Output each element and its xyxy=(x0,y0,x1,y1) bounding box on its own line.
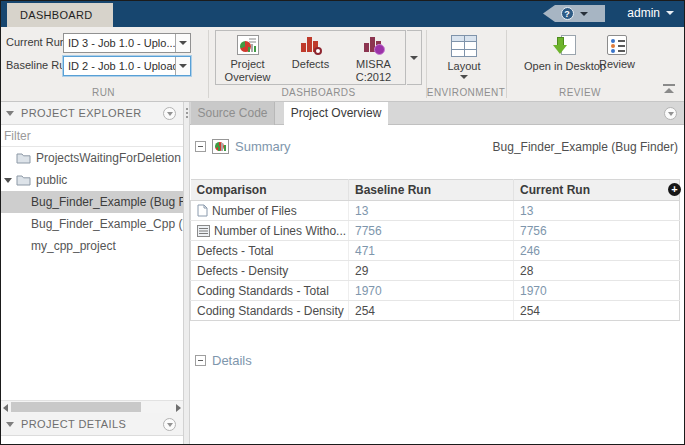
project-overview-label: Project Overview xyxy=(216,58,279,84)
folder-icon xyxy=(16,174,31,186)
value-link[interactable]: 471 xyxy=(355,244,375,258)
details-title: Details xyxy=(212,353,252,368)
tree-item-bug-finder-example[interactable]: Bug_Finder_Example (Bug Finder) xyxy=(1,191,183,213)
panel-splitter[interactable] xyxy=(183,102,190,444)
tree-item-label: Bug_Finder_Example (Bug Finder) xyxy=(31,195,183,209)
value-link[interactable]: 246 xyxy=(520,244,540,258)
column-header[interactable]: Comparison xyxy=(191,180,349,201)
filter-row xyxy=(1,125,183,147)
chevron-down-icon xyxy=(580,12,588,16)
value-link[interactable]: 13 xyxy=(355,204,368,218)
layout-icon xyxy=(451,35,477,57)
splitter-handle xyxy=(186,108,188,110)
dashboards-more-button[interactable] xyxy=(407,30,422,85)
chevron-down-icon[interactable] xyxy=(175,57,190,75)
table-row: Number of Lines Witho... 7756 7756 xyxy=(191,221,680,241)
row-label: Defects - Total xyxy=(197,244,273,258)
column-header[interactable]: Baseline Run xyxy=(349,180,514,201)
tree-item-projects-waiting[interactable]: ProjectsWaitingForDeletion xyxy=(1,147,183,169)
value-link[interactable]: 7756 xyxy=(355,224,382,238)
row-label: Defects - Density xyxy=(197,264,288,278)
open-in-desktop-icon xyxy=(553,35,577,57)
collapse-icon xyxy=(664,88,674,93)
value-link[interactable]: 1970 xyxy=(520,284,547,298)
tree-item-my-cpp-project[interactable]: my_cpp_project xyxy=(1,235,183,257)
tab-source-code[interactable]: Source Code xyxy=(191,102,275,125)
value-text: 28 xyxy=(520,264,533,278)
project-tree: ProjectsWaitingForDeletion public Bug_Fi… xyxy=(1,147,183,257)
dashboards-group: Project Overview Defects MISRA C:2012 xyxy=(215,30,406,85)
help-button[interactable]: ? xyxy=(543,5,605,22)
baseline-run-select[interactable]: ID 2 - Job 1.0 - Upload... xyxy=(63,56,191,76)
run-group-label: RUN xyxy=(1,87,206,98)
project-explorer-panel: PROJECT EXPLORER ProjectsWaitingForDelet… xyxy=(1,102,183,444)
current-run-value: ID 3 - Job 1.0 - Uplo... xyxy=(64,34,175,52)
review-label: Review xyxy=(599,58,635,71)
baseline-run-label: Baseline Run xyxy=(6,59,71,71)
summary-table: + Comparison Baseline Run Current Run Nu… xyxy=(190,179,684,321)
project-overview-button[interactable]: Project Overview xyxy=(216,31,279,84)
row-label: Number of Files xyxy=(212,204,297,218)
project-explorer-title: PROJECT EXPLORER xyxy=(21,107,142,119)
project-details-header[interactable]: PROJECT DETAILS xyxy=(1,413,183,436)
ribbon-toolbar: Current Run ID 3 - Job 1.0 - Uplo... Bas… xyxy=(1,27,684,102)
scroll-left-icon[interactable] xyxy=(3,404,8,412)
table-row: Number of Files 13 13 xyxy=(191,201,680,221)
collapse-triangle-icon xyxy=(6,422,14,427)
main-area: Source Code Project Overview Summary Bug… xyxy=(190,102,684,444)
project-explorer-header[interactable]: PROJECT EXPLORER xyxy=(1,102,183,125)
misra-button[interactable]: MISRA C:2012 xyxy=(342,31,405,84)
scroll-right-icon[interactable] xyxy=(176,404,181,412)
review-icon xyxy=(607,35,627,55)
misra-label: MISRA C:2012 xyxy=(342,58,405,84)
document-tabbar: Source Code Project Overview xyxy=(190,102,684,125)
row-label: Coding Standards - Total xyxy=(197,284,329,298)
current-run-label: Current Run xyxy=(6,36,66,48)
horizontal-scrollbar[interactable] xyxy=(1,400,183,413)
tree-item-label: Bug_Finder_Example_Cpp (Bug Finder) xyxy=(31,217,183,231)
file-icon xyxy=(197,204,208,217)
review-button[interactable]: Review xyxy=(589,31,645,71)
value-link[interactable]: 7756 xyxy=(520,224,547,238)
summary-section-header: Summary xyxy=(195,139,291,154)
summary-chart-icon xyxy=(212,139,229,154)
chevron-down-icon xyxy=(460,75,468,79)
tree-item-label: my_cpp_project xyxy=(31,239,116,253)
summary-title: Summary xyxy=(235,139,291,154)
table-row: Coding Standards - Density 254 254 xyxy=(191,301,680,321)
add-column-button[interactable]: + xyxy=(668,183,681,196)
value-link[interactable]: 1970 xyxy=(355,284,382,298)
value-link[interactable]: 13 xyxy=(520,204,533,218)
panel-menu-button[interactable] xyxy=(163,418,176,431)
collapse-section-icon[interactable] xyxy=(195,141,206,152)
group-separator xyxy=(208,30,209,98)
tab-project-overview[interactable]: Project Overview xyxy=(284,102,388,125)
folder-icon xyxy=(16,152,31,164)
collapse-section-icon[interactable] xyxy=(195,355,206,366)
collapse-ribbon-button[interactable] xyxy=(663,84,675,93)
panel-menu-button[interactable] xyxy=(163,107,176,120)
defects-button[interactable]: Defects xyxy=(279,31,342,84)
scrollbar-thumb[interactable] xyxy=(11,402,141,412)
table-row: Defects - Total 471 246 xyxy=(191,241,680,261)
project-details-title: PROJECT DETAILS xyxy=(21,418,126,430)
environment-group-label: ENVIRONMENT xyxy=(426,87,506,98)
filter-input[interactable] xyxy=(1,129,183,143)
tab-dashboard[interactable]: DASHBOARD xyxy=(7,3,113,27)
collapse-triangle-icon xyxy=(6,111,14,116)
baseline-run-value: ID 2 - Job 1.0 - Upload... xyxy=(64,57,175,75)
layout-button[interactable]: Layout xyxy=(433,31,495,79)
current-run-select[interactable]: ID 3 - Job 1.0 - Uplo... xyxy=(63,33,191,53)
row-label: Coding Standards - Density xyxy=(197,304,344,318)
defects-icon xyxy=(300,35,322,55)
tree-item-bug-finder-example-cpp[interactable]: Bug_Finder_Example_Cpp (Bug Finder) xyxy=(1,213,183,235)
titlebar: DASHBOARD ? admin xyxy=(1,1,684,27)
tabbar-menu-button[interactable] xyxy=(664,107,677,120)
user-menu[interactable]: admin xyxy=(627,6,674,20)
expander-icon[interactable] xyxy=(4,178,12,183)
review-group-label: REVIEW xyxy=(506,87,654,98)
chevron-down-icon[interactable] xyxy=(175,34,190,52)
column-header[interactable]: Current Run xyxy=(514,180,680,201)
value-text: 254 xyxy=(520,304,540,318)
tree-item-public[interactable]: public xyxy=(1,169,183,191)
